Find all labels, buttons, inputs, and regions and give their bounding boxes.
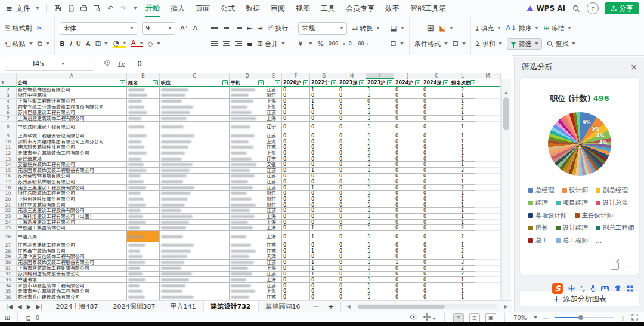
year-count-cell-I[interactable]: 1: [366, 116, 394, 122]
year-count-cell-J[interactable]: 0: [394, 220, 422, 226]
name-cell[interactable]: [127, 266, 160, 272]
year-count-cell-J[interactable]: 0: [394, 144, 422, 150]
search-icon[interactable]: [571, 4, 581, 13]
header-cell-F[interactable]: 2020沪: [282, 79, 310, 87]
empty-cell[interactable]: [475, 93, 501, 99]
empty-cell[interactable]: [475, 156, 501, 162]
row-number-13[interactable]: 13: [0, 156, 17, 162]
company-cell[interactable]: 上海启建建筑装饰工程有限公司: [17, 116, 127, 122]
empty-cell[interactable]: [475, 277, 501, 283]
company-cell[interactable]: 中建幕墙: [17, 277, 127, 283]
year-count-cell-K[interactable]: 0: [422, 294, 450, 300]
province-cell[interactable]: 辽宁: [265, 122, 282, 133]
align-bottom-icon[interactable]: [235, 26, 242, 31]
name-cell[interactable]: [127, 231, 160, 242]
sheet-tab[interactable]: 幕墙顾问16: [259, 301, 308, 312]
company-cell[interactable]: 南京国泰装饰安装工程股份有限公司: [17, 260, 127, 266]
row-number-12[interactable]: 12: [0, 150, 17, 156]
year-count-cell-J[interactable]: 0: [394, 202, 422, 208]
header-cell-B[interactable]: 姓名: [127, 79, 160, 87]
company-cell[interactable]: 江苏鑫宇装饰有限公司: [17, 248, 127, 254]
font-name-select[interactable]: 宋体: [60, 22, 137, 35]
menu-tab-7[interactable]: 视图: [296, 1, 310, 16]
phone-cell[interactable]: [230, 144, 265, 150]
signup-count-cell[interactable]: 1: [450, 214, 475, 220]
year-count-cell-J[interactable]: 0: [394, 156, 422, 162]
zoom-in-button[interactable]: +: [620, 313, 626, 322]
position-cell[interactable]: [160, 242, 230, 248]
filter-dropdown-icon[interactable]: [153, 80, 158, 85]
header-cell-D[interactable]: 手机: [230, 79, 265, 87]
signup-count-cell[interactable]: 1: [450, 179, 475, 185]
row-number-21[interactable]: 21: [0, 202, 17, 208]
filter-dropdown-icon[interactable]: [415, 80, 420, 85]
increase-font-button[interactable]: A⁺: [180, 24, 188, 32]
year-count-cell-F[interactable]: 0: [282, 99, 310, 104]
phone-cell[interactable]: [230, 260, 265, 266]
province-cell[interactable]: 上海: [265, 214, 282, 220]
empty-cell[interactable]: [475, 248, 501, 254]
align-center-icon[interactable]: [223, 41, 230, 47]
province-cell[interactable]: 天津: [265, 254, 282, 260]
province-cell[interactable]: 江苏: [265, 272, 282, 278]
province-cell[interactable]: 浙江: [265, 191, 282, 197]
macro-record-icon[interactable]: ⊞: [5, 315, 10, 321]
eye-icon[interactable]: [410, 314, 418, 321]
name-cell[interactable]: [127, 277, 160, 283]
year-count-cell-F[interactable]: 0: [282, 156, 310, 162]
empty-cell[interactable]: [475, 208, 501, 214]
header-cell-I[interactable]: 2023沪: [366, 79, 394, 87]
year-count-cell-G[interactable]: 0: [310, 254, 338, 260]
empty-cell[interactable]: [475, 288, 501, 294]
year-count-cell-K[interactable]: 0: [422, 87, 450, 93]
year-count-cell-H[interactable]: 0: [338, 144, 366, 150]
year-count-cell-K[interactable]: 0: [422, 150, 450, 156]
year-count-cell-H[interactable]: 0: [338, 225, 366, 231]
year-count-cell-I[interactable]: 1: [366, 104, 394, 110]
filter-dropdown-icon[interactable]: [275, 80, 280, 85]
phone-cell[interactable]: [230, 254, 265, 260]
phone-cell[interactable]: [230, 87, 265, 93]
row-number-29[interactable]: 29: [0, 254, 17, 260]
horizontal-scroll-thumb[interactable]: [358, 305, 445, 309]
year-count-cell-F[interactable]: 0: [282, 174, 310, 180]
name-cell[interactable]: [127, 179, 160, 185]
menu-tab-11[interactable]: 智能工具箱: [410, 1, 446, 16]
header-cell-J[interactable]: 2024沪: [394, 79, 422, 87]
table-row[interactable]: 8中铁沈阳建设工程有限公司辽宁0001001: [0, 122, 512, 133]
signup-count-cell[interactable]: 1: [450, 277, 475, 283]
company-cell[interactable]: 安徽恒兴装饰工程有限公司: [17, 162, 127, 168]
vertical-scroll-thumb[interactable]: [503, 97, 509, 130]
name-cell[interactable]: [127, 242, 160, 248]
phone-cell[interactable]: [230, 208, 265, 214]
company-cell[interactable]: 上海斗影工程设计有限公司: [17, 99, 127, 104]
empty-cell[interactable]: [475, 283, 501, 289]
year-count-cell-F[interactable]: 0: [282, 104, 310, 110]
table-row[interactable]: 3浙江中特幕墙浙江0001001: [0, 93, 512, 99]
phone-cell[interactable]: [230, 110, 265, 116]
year-count-cell-J[interactable]: 0: [394, 242, 422, 248]
year-count-cell-G[interactable]: 0: [310, 162, 338, 168]
redo-icon[interactable]: ↷: [119, 4, 128, 13]
comma-style-button[interactable]: 000: [329, 41, 339, 47]
position-cell[interactable]: [160, 225, 230, 231]
year-count-cell-K[interactable]: 0: [422, 260, 450, 266]
print-icon[interactable]: [79, 4, 89, 13]
phone-cell[interactable]: [230, 116, 265, 122]
year-count-cell-I[interactable]: 1: [366, 277, 394, 283]
row-number-15[interactable]: 15: [0, 168, 17, 174]
phone-cell[interactable]: [230, 288, 265, 294]
signup-count-cell[interactable]: 1: [450, 202, 475, 208]
company-cell[interactable]: 苏州苏明装饰股份有限公司: [17, 179, 127, 185]
year-count-cell-J[interactable]: 0: [394, 133, 422, 139]
year-count-cell-I[interactable]: 1: [366, 272, 394, 278]
year-count-cell-F[interactable]: 0: [282, 196, 310, 202]
menu-tab-9[interactable]: 会员专享: [346, 1, 374, 16]
province-cell[interactable]: 上海: [265, 139, 282, 145]
row-number-27[interactable]: 27: [0, 242, 17, 248]
phone-cell[interactable]: [230, 283, 265, 289]
signup-count-cell[interactable]: 1: [450, 162, 475, 168]
province-cell[interactable]: 上海: [265, 231, 282, 242]
phone-cell[interactable]: [230, 122, 265, 133]
decrease-font-button[interactable]: A⁻: [193, 24, 201, 32]
